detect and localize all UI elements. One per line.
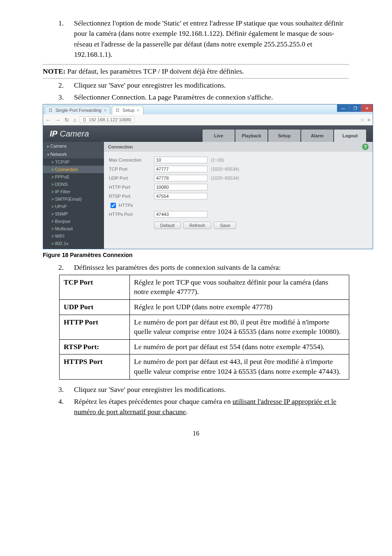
content-panel: Connection ? Max Connection (1~20) TCP P… <box>104 142 373 249</box>
tab-playback[interactable]: Playback <box>235 130 267 142</box>
list-text: Définissez les paramètres des ports de c… <box>74 262 349 273</box>
row-http-port: HTTP Port <box>109 183 368 191</box>
window-titlebar: 🗋 Single Port Forwarding × 🗋 Setup × — ❐… <box>43 104 373 114</box>
list-item-1: 1. Sélectionnez l'option de mode 'Static… <box>43 18 349 60</box>
minimize-button[interactable]: — <box>337 104 349 112</box>
field-label: HTTPs <box>119 203 133 208</box>
close-button[interactable]: ✕ <box>361 104 373 112</box>
sidebar-item-bonjour[interactable]: Bonjour <box>43 218 104 225</box>
tab-live[interactable]: Live <box>203 130 235 142</box>
port-desc: Le numéro de port par défaut est 443, il… <box>130 354 349 379</box>
app-header: IP Camera Live Playback Setup Alarm Logo… <box>43 125 373 142</box>
tab-setup[interactable]: Setup <box>268 130 300 142</box>
sidebar-item-ddns[interactable]: DDNS <box>43 181 104 188</box>
row-tcp-port: TCP Port (1025~65534) <box>109 165 368 173</box>
rtsp-port-input[interactable] <box>154 193 208 199</box>
list-number: 1. <box>43 18 74 60</box>
menu-icon[interactable]: ≡ <box>368 117 370 122</box>
field-label: HTTPs Port <box>109 212 154 217</box>
port-desc: Le numéro de port par défaut est 554 (da… <box>130 339 349 354</box>
tab-logout[interactable]: Logout <box>334 130 366 142</box>
row-https-enable: HTTPs <box>109 201 368 209</box>
bookmark-icon[interactable]: ☆ <box>360 117 364 123</box>
port-name: HTTP Port <box>60 315 130 339</box>
help-icon[interactable]: ? <box>362 144 369 150</box>
field-label: TCP Port <box>109 167 154 171</box>
http-port-input[interactable] <box>154 184 208 190</box>
browser-toolbar: ← → ↻ ⌂ 🗋 192.168.1.122:10080 ☆ ≡ <box>43 114 373 125</box>
sidebar-item-8021x[interactable]: 802.1x <box>43 240 104 247</box>
row-https-port: HTTPs Port <box>109 210 368 218</box>
table-row: RTSP Port:Le numéro de port par défaut e… <box>60 339 349 354</box>
sidebar: Camera Network TCP/IP Connection PPPoE D… <box>43 142 104 249</box>
close-icon[interactable]: × <box>137 108 139 113</box>
browser-tab-2[interactable]: 🗋 Setup × <box>112 106 143 114</box>
forward-icon[interactable]: → <box>55 117 60 123</box>
field-label: Max Connection <box>109 158 154 162</box>
sidebar-item-connection[interactable]: Connection <box>43 166 104 173</box>
reload-icon[interactable]: ↻ <box>65 117 69 123</box>
home-icon[interactable]: ⌂ <box>73 117 76 123</box>
sidebar-item-smtp[interactable]: SMTP(Email) <box>43 195 104 203</box>
list-text: Sélectionnez l'option de mode 'Static' e… <box>74 18 349 60</box>
max-connection-input[interactable] <box>154 157 208 163</box>
port-desc: Réglez le port UDP (dans notre exemple 4… <box>130 299 349 315</box>
url-text: 192.168.1.122:10080 <box>89 117 131 122</box>
sidebar-item-pppoe[interactable]: PPPoE <box>43 173 104 181</box>
field-hint: (1025~65534) <box>211 167 239 171</box>
panel-title: Connection <box>108 144 133 149</box>
list-text: Sélectionner Connection. La page Paramèt… <box>74 92 349 102</box>
sidebar-item-ipfilter[interactable]: IP Filter <box>43 188 104 195</box>
maximize-button[interactable]: ❐ <box>349 104 361 112</box>
row-rtsp-port: RTSP Port <box>109 192 368 200</box>
field-hint: (1~20) <box>211 158 224 162</box>
figure-caption: Figure 18 Paramètres Connexion <box>43 252 349 258</box>
table-row: HTTP PortLe numéro de port par défaut es… <box>60 315 349 339</box>
port-name: UDP Port <box>60 299 130 315</box>
page-icon: 🗋 <box>83 117 87 122</box>
list-item-define-ports: 2. Définissez les paramètres des ports d… <box>43 262 349 273</box>
sidebar-item-multicast[interactable]: Multicast <box>43 225 104 232</box>
note-label: NOTE: <box>43 67 65 75</box>
sidebar-group-network[interactable]: Network <box>43 150 104 158</box>
sidebar-item-upnp[interactable]: UPnP <box>43 203 104 210</box>
default-button[interactable]: Default <box>154 222 181 229</box>
list-text: Cliquez sur 'Save' pour enregistrer les … <box>74 80 349 90</box>
panel-header: Connection ? <box>104 142 373 152</box>
browser-tab-1[interactable]: 🗋 Single Port Forwarding × <box>45 106 110 114</box>
save-button[interactable]: Save <box>214 222 236 229</box>
close-icon[interactable]: × <box>104 108 106 113</box>
table-row: TCP PortRéglez le port TCP que vous souh… <box>60 275 349 299</box>
list-number: 2. <box>43 262 74 273</box>
row-max-connection: Max Connection (1~20) <box>109 156 368 164</box>
list-number: 3. <box>43 385 74 395</box>
port-table: TCP PortRéglez le port TCP que vous souh… <box>59 275 349 380</box>
note-text: Par défaut, les paramètres TCP / IP doiv… <box>65 67 244 75</box>
port-name: RTSP Port: <box>60 339 130 354</box>
port-desc: Le numéro de port par défaut est 80, il … <box>130 315 349 339</box>
list-item-3: 3. Sélectionner Connection. La page Para… <box>43 92 349 102</box>
tcp-port-input[interactable] <box>154 166 208 172</box>
list-number: 4. <box>43 396 74 417</box>
sidebar-item-snmp[interactable]: SNMP <box>43 210 104 218</box>
sidebar-group-camera[interactable]: Camera <box>43 142 104 150</box>
list-text: Répétez les étapes précédentes pour chaq… <box>74 396 349 417</box>
udp-port-input[interactable] <box>154 175 208 181</box>
address-bar[interactable]: 🗋 192.168.1.122:10080 <box>80 116 134 123</box>
https-checkbox[interactable] <box>111 203 116 208</box>
list-item-save: 3. Cliquez sur 'Save' pour enregistrer l… <box>43 385 349 395</box>
sidebar-item-tcpip[interactable]: TCP/IP <box>43 158 104 166</box>
tab-title: Single Port Forwarding <box>55 108 101 113</box>
refresh-button[interactable]: Refresh <box>183 222 212 229</box>
field-label: UDP Port <box>109 176 154 181</box>
tab-alarm[interactable]: Alarm <box>301 130 333 142</box>
sidebar-item-wifi[interactable]: WIFI <box>43 232 104 240</box>
tab-title: Setup <box>122 108 134 113</box>
port-name: TCP Port <box>60 275 130 299</box>
https-port-input[interactable] <box>154 211 208 218</box>
row-udp-port: UDP Port (1025~65534) <box>109 174 368 182</box>
brand-logo: IP Camera <box>50 129 89 139</box>
back-icon[interactable]: ← <box>46 117 51 123</box>
list-number: 2. <box>43 80 74 90</box>
list-number: 3. <box>43 92 74 102</box>
